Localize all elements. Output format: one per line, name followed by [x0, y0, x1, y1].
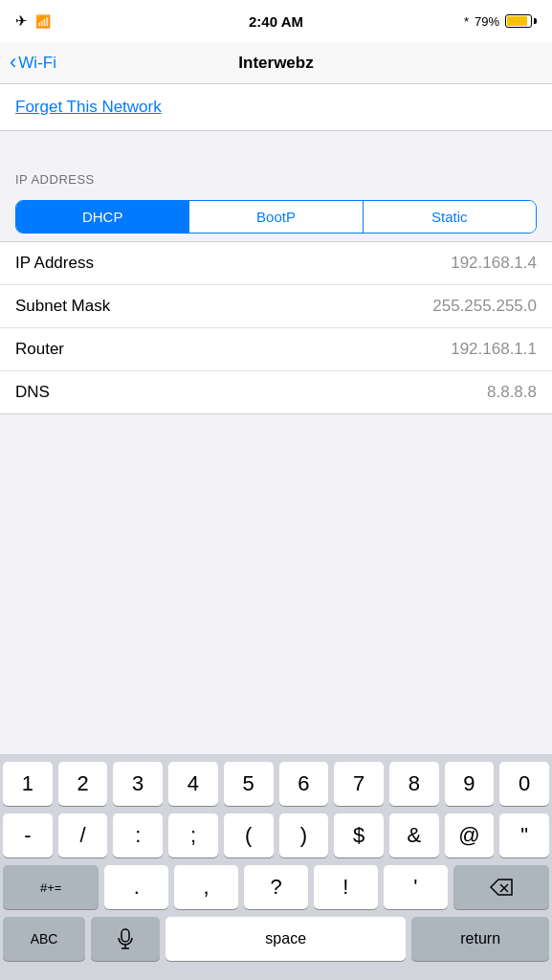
key-4[interactable]: 4 — [168, 762, 218, 806]
key-dash[interactable]: - — [3, 813, 53, 858]
back-label: Wi-Fi — [18, 54, 56, 73]
punct-row: #+= . , ? ! ' — [3, 865, 549, 909]
key-abc[interactable]: ABC — [3, 917, 85, 961]
key-dollar[interactable]: $ — [334, 813, 384, 858]
subnet-mask-value: 255.255.255.0 — [432, 297, 537, 316]
forget-network-section: Forget This Network — [0, 84, 552, 131]
key-ampersand[interactable]: & — [389, 813, 439, 858]
page-title: Interwebz — [238, 54, 313, 73]
subnet-mask-row: Subnet Mask 255.255.255.0 — [0, 285, 552, 328]
keyboard-bottom — [0, 972, 552, 980]
number-row: 1 2 3 4 5 6 7 8 9 0 — [3, 762, 549, 806]
ip-settings-table: IP Address 192.168.1.4 Subnet Mask 255.2… — [0, 241, 552, 414]
key-2[interactable]: 2 — [58, 762, 108, 806]
nav-bar: ‹ Wi-Fi Interwebz — [0, 42, 552, 84]
battery-percentage: 79% — [475, 14, 499, 29]
wifi-icon: 📶 — [35, 14, 51, 29]
dns-row: DNS 8.8.8.8 — [0, 371, 552, 413]
key-exclaim[interactable]: ! — [314, 865, 378, 909]
key-8[interactable]: 8 — [389, 762, 439, 806]
key-quote[interactable]: " — [499, 813, 549, 858]
dns-value: 8.8.8.8 — [487, 383, 537, 402]
airplane-icon: ✈ — [15, 12, 28, 30]
static-segment[interactable]: Static — [364, 201, 536, 233]
key-open-paren[interactable]: ( — [224, 813, 274, 858]
status-time: 2:40 AM — [249, 13, 303, 30]
bluetooth-icon: * — [464, 14, 469, 29]
back-button[interactable]: ‹ Wi-Fi — [10, 53, 56, 73]
delete-key[interactable] — [453, 865, 549, 909]
ip-address-header: IP ADDRESS — [0, 165, 552, 192]
key-comma[interactable]: , — [174, 865, 238, 909]
key-mic[interactable] — [91, 917, 160, 961]
key-1[interactable]: 1 — [3, 762, 53, 806]
key-return[interactable]: return — [411, 917, 549, 961]
key-hasheq[interactable]: #+= — [3, 865, 99, 909]
status-left: ✈ 📶 — [15, 12, 51, 30]
forget-network-link[interactable]: Forget This Network — [15, 98, 162, 116]
key-slash[interactable]: / — [58, 813, 108, 858]
dhcp-segment[interactable]: DHCP — [16, 201, 189, 233]
router-label: Router — [15, 340, 64, 359]
key-3[interactable]: 3 — [113, 762, 163, 806]
key-space[interactable]: space — [166, 917, 406, 961]
key-7[interactable]: 7 — [334, 762, 384, 806]
microphone-icon — [117, 928, 134, 949]
ip-mode-segmented-control: DHCP BootP Static — [15, 200, 537, 234]
router-row: Router 192.168.1.1 — [0, 328, 552, 371]
key-semicolon[interactable]: ; — [168, 813, 218, 858]
bootp-segment[interactable]: BootP — [189, 201, 363, 233]
ip-address-label: IP Address — [15, 254, 94, 273]
key-0[interactable]: 0 — [499, 762, 549, 806]
ip-address-value: 192.168.1.4 — [451, 254, 537, 273]
battery-icon — [505, 14, 537, 28]
bottom-row: ABC space return — [3, 917, 549, 961]
section-gap — [0, 131, 552, 165]
back-chevron-icon: ‹ — [10, 52, 16, 73]
key-9[interactable]: 9 — [445, 762, 495, 806]
key-question[interactable]: ? — [244, 865, 308, 909]
key-at[interactable]: @ — [445, 813, 495, 858]
ip-address-row: IP Address 192.168.1.4 — [0, 242, 552, 285]
key-6[interactable]: 6 — [279, 762, 329, 806]
delete-icon — [490, 879, 513, 896]
dns-label: DNS — [15, 383, 50, 402]
symbol-row: - / : ; ( ) $ & @ " — [3, 813, 549, 858]
router-value: 192.168.1.1 — [451, 340, 537, 359]
key-5[interactable]: 5 — [224, 762, 274, 806]
subnet-mask-label: Subnet Mask — [15, 297, 110, 316]
key-apostrophe[interactable]: ' — [384, 865, 448, 909]
key-close-paren[interactable]: ) — [279, 813, 329, 858]
status-bar: ✈ 📶 2:40 AM * 79% — [0, 0, 552, 42]
keyboard: 1 2 3 4 5 6 7 8 9 0 - / : ; ( ) $ & @ " … — [0, 754, 552, 980]
key-colon[interactable]: : — [113, 813, 163, 858]
status-right: * 79% — [464, 14, 537, 29]
key-period[interactable]: . — [104, 865, 168, 909]
svg-rect-2 — [121, 929, 129, 942]
